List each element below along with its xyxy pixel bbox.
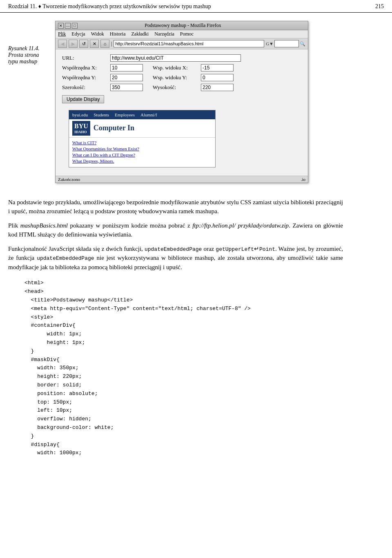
menu-zakladki[interactable]: Zakładki [131, 31, 149, 37]
main-content: Rysunek 11.4. Prosta strona typu mashup … [0, 13, 392, 191]
para2-start: Plik [8, 222, 20, 229]
browser-titlebar: ✕ — □ Podstawowy mashup - Mozilla Firefo… [56, 21, 308, 30]
height-label: Wysokość: [153, 84, 198, 91]
paragraph-3: Funkcjonalność JavaScript składa się z d… [8, 244, 343, 272]
para3-code1: updateEmbeddedPage [145, 246, 202, 252]
coord-y-label: Współrzędna Y: [62, 74, 107, 81]
page-header: Rozdział 11. ♦ Tworzenie modyfikowanych … [0, 0, 392, 13]
site-nav-bar: byui.edu Students Employees Alumni/f [69, 110, 215, 119]
home-btn[interactable]: ⌂ [100, 40, 109, 48]
google-label: G▼ [266, 41, 274, 46]
forward-btn[interactable]: ▶ [69, 40, 78, 48]
para2-italic1: mashupBasics.html [20, 222, 68, 229]
para3-code4: updateEmbeddedPage [37, 255, 94, 261]
figure-number: Rysunek 11.4. [8, 45, 47, 52]
site-preview: byui.edu Students Employees Alumni/f BYU… [69, 110, 216, 167]
google-search-area: G▼ 🔍 [266, 40, 305, 47]
browser-menubar: Plik Edycja Widok Historia Zakładki Narz… [56, 30, 308, 38]
browser-statusbar: Zakończono .io [56, 176, 308, 183]
coord-x-row: Współrzędna X: Wsp. widoku X: [62, 64, 301, 71]
coord-x-input[interactable] [110, 64, 143, 71]
url-input[interactable] [110, 54, 241, 62]
browser-navbar: ◀ ▶ ↺ ✕ ⌂ | G▼ 🔍 [56, 38, 308, 49]
page-number: 215 [375, 3, 384, 10]
menu-edycja[interactable]: Edycja [71, 31, 85, 37]
site-nav-byui: byui.edu [72, 112, 88, 117]
browser-window-controls: ✕ — □ [58, 23, 78, 29]
reload-btn[interactable]: ↺ [79, 40, 88, 48]
google-search-btn[interactable]: 🔍 [300, 41, 305, 47]
stop-btn[interactable]: ✕ [90, 40, 99, 48]
code-block: <html> <head> <title>Podstawowy mashup</… [8, 277, 343, 460]
address-input[interactable] [114, 40, 264, 47]
url-row: URL: [62, 54, 301, 62]
code-text: <html> <head> <title>Podstawowy mashup</… [24, 280, 251, 456]
para3-arrow: ↵ [254, 246, 259, 252]
text-content: Na podstawie tego przykładu, umożliwiają… [0, 191, 351, 466]
address-bar-area: | [111, 40, 264, 47]
paragraph-2: Plik mashupBasics.html pokazany w poniżs… [8, 221, 343, 239]
site-nav-alumni: Alumni/f [140, 112, 157, 117]
browser-title: Podstawowy mashup - Mozilla Firefox [78, 22, 288, 29]
width-label: Szerokość: [62, 84, 107, 91]
browser-window: ✕ — □ Podstawowy mashup - Mozilla Firefo… [55, 21, 308, 183]
status-right: .io [301, 177, 305, 182]
menu-narzedzia[interactable]: Narzędzia [154, 31, 174, 37]
browser-min-btn[interactable]: — [65, 23, 71, 29]
site-link-2[interactable]: What Oportunities for Women Exist? [72, 146, 212, 151]
google-input[interactable] [274, 40, 299, 47]
byu-logo-subtext: IDAHO [74, 130, 88, 134]
paragraph-1: Na podstawie tego przykładu, umożliwiają… [8, 198, 343, 216]
figure-label-area: Rysunek 11.4. Prosta strona typu mashup [8, 21, 47, 183]
wsp-y-label: Wsp. widoku Y: [153, 74, 198, 81]
coord-x-label: Współrzędna X: [62, 65, 107, 71]
para3-mid: oraz [202, 246, 216, 252]
height-input[interactable] [201, 84, 234, 91]
site-header: BYU IDAHO Computer In [69, 119, 215, 138]
site-header-title: Computer In [94, 124, 134, 132]
byu-logo: BYU IDAHO [72, 121, 90, 136]
para2-italic2: ftp://ftp.helion.pl/ przyklady/ordatw.zi… [192, 222, 289, 229]
site-link-4[interactable]: What Degrees, Minors. [72, 158, 212, 163]
wsp-x-input[interactable] [201, 64, 234, 71]
update-display-button[interactable]: Update Display [62, 95, 104, 103]
para3-code2: getUpperLeft [216, 246, 254, 252]
site-nav-students: Students [94, 112, 109, 117]
site-nav-employees: Employees [115, 112, 135, 117]
browser-close-btn[interactable]: ✕ [58, 23, 64, 29]
para1-text: Na podstawie tego przykładu, umożliwiają… [8, 199, 343, 215]
coord-y-input[interactable] [110, 74, 143, 81]
browser-body: URL: Współrzędna X: Wsp. widoku X: Współ… [56, 49, 308, 176]
para3-start: Funkcjonalność JavaScript składa się z d… [8, 246, 145, 252]
para3-code3: Point [259, 246, 275, 252]
menu-pomoc[interactable]: Pomoc [180, 31, 194, 37]
wsp-y-input[interactable] [201, 74, 234, 81]
site-link-1[interactable]: What is CIT? [72, 140, 212, 145]
para2-mid: pokazany w poniższym kodzie można pobrać… [68, 222, 192, 229]
menu-widok[interactable]: Widok [91, 31, 104, 37]
site-content: What is CIT? What Oportunities for Women… [69, 138, 215, 167]
update-btn-row: Update Display [62, 94, 301, 107]
wsp-x-label: Wsp. widoku X: [153, 65, 198, 71]
url-label: URL: [62, 55, 107, 61]
site-link-3[interactable]: What can I Do with a CIT Degree? [72, 152, 212, 157]
figure-label: Rysunek 11.4. Prosta strona typu mashup [8, 45, 47, 65]
figure-title-line2: typu mashup [8, 58, 47, 65]
browser-max-btn[interactable]: □ [72, 23, 78, 29]
menu-historia[interactable]: Historia [110, 31, 126, 37]
size-row: Szerokość: Wysokość: [62, 84, 301, 91]
menu-plik[interactable]: Plik [58, 31, 66, 37]
figure-title-line1: Prosta strona [8, 52, 47, 58]
address-label: | [111, 41, 112, 47]
chapter-title: Rozdział 11. ♦ Tworzenie modyfikowanych … [8, 3, 211, 10]
width-input[interactable] [110, 84, 143, 91]
byu-logo-text: BYU [74, 122, 88, 130]
status-text: Zakończono [58, 177, 80, 182]
back-btn[interactable]: ◀ [58, 40, 67, 48]
coord-y-row: Współrzędna Y: Wsp. widoku Y: [62, 74, 301, 81]
